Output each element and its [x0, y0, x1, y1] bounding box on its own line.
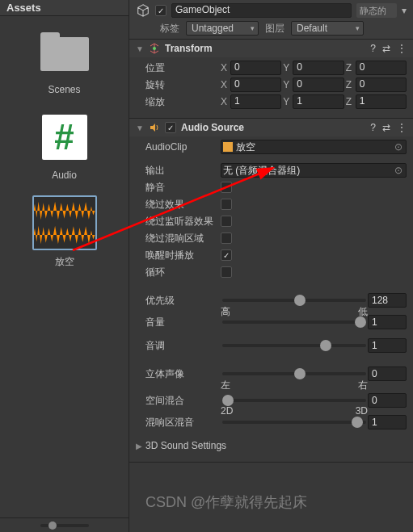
clip-icon — [223, 142, 233, 152]
reverb-label: 混响区混音 — [136, 416, 221, 429]
audiosource-enabled-checkbox[interactable] — [165, 122, 176, 133]
pitch-label: 音调 — [136, 339, 221, 353]
output-label: 输出 — [136, 164, 221, 178]
spatial-label: 空间混合 — [136, 394, 221, 408]
priority-label: 优先级 — [136, 294, 221, 308]
help-icon[interactable]: ? — [370, 43, 376, 54]
thumbnail-size-slider[interactable] — [40, 524, 89, 527]
help-icon[interactable]: ? — [370, 122, 376, 133]
audiosource-component: ▼ Audio Source ?⇄⋮ AudioClip 放空 输出 无 (音频… — [129, 119, 413, 463]
volume-label: 音量 — [136, 316, 221, 329]
transform-title: Transform — [165, 43, 365, 54]
menu-icon[interactable]: ⋮ — [397, 43, 407, 54]
volume-slider[interactable] — [222, 320, 366, 324]
bypass-listener-checkbox[interactable] — [221, 216, 232, 227]
asset-folder-scenes[interactable]: Scenes — [32, 24, 97, 95]
stereo-slider[interactable] — [222, 372, 366, 375]
scale-y[interactable]: 1 — [293, 94, 343, 109]
position-label: 位置 — [136, 61, 221, 75]
static-dropdown[interactable]: 静态的 — [356, 3, 397, 18]
transform-component: ▼ Transform ?⇄⋮ 位置 X0 Y0 Z0 旋转 X0 Y0 Z0 … — [129, 40, 413, 119]
priority-value[interactable]: 128 — [368, 293, 407, 308]
gameobject-icon — [136, 3, 150, 18]
mute-label: 静音 — [136, 181, 221, 195]
pitch-value[interactable]: 1 — [368, 338, 407, 353]
audioclip-label: AudioClip — [136, 141, 221, 153]
tag-dropdown[interactable]: Untagged — [186, 21, 259, 36]
bypass-reverb-label: 绕过混响区域 — [136, 232, 221, 245]
assets-panel: Assets Scenes # Audio 放空 — [0, 0, 129, 532]
asset-label: Audio — [52, 170, 77, 181]
rotation-z[interactable]: 0 — [356, 77, 407, 92]
scale-label: 缩放 — [136, 95, 221, 109]
position-y[interactable]: 0 — [293, 61, 343, 75]
loop-checkbox[interactable] — [221, 266, 232, 278]
mute-checkbox[interactable] — [221, 182, 232, 193]
bypass-effects-checkbox[interactable] — [221, 199, 232, 210]
reverb-slider[interactable] — [222, 421, 366, 424]
tag-label: 标签 — [160, 22, 179, 36]
assets-grid: Scenes # Audio 放空 — [0, 16, 129, 517]
play-on-awake-label: 唤醒时播放 — [136, 249, 221, 262]
bypass-listener-label: 绕过监听器效果 — [136, 215, 221, 228]
stereo-value[interactable]: 0 — [368, 367, 407, 381]
static-dropdown-arrow[interactable]: ▾ — [402, 5, 407, 16]
stereo-label: 立体声像 — [136, 367, 221, 381]
gameobject-header: GameObject 静态的 ▾ 标签 Untagged 图层 Default — [129, 0, 413, 40]
spatial-value[interactable]: 0 — [368, 393, 407, 408]
rotation-x[interactable]: 0 — [230, 77, 281, 92]
fold-toggle[interactable]: ▼ — [136, 124, 144, 132]
position-z[interactable]: 0 — [356, 61, 407, 75]
asset-label: Scenes — [48, 84, 80, 95]
rotation-y[interactable]: 0 — [293, 77, 343, 92]
layer-label: 图层 — [265, 22, 284, 36]
object-picker-icon[interactable] — [393, 141, 404, 153]
assets-title: Assets — [0, 0, 129, 16]
menu-icon[interactable]: ⋮ — [397, 122, 407, 133]
scale-x[interactable]: 1 — [230, 94, 281, 109]
position-x[interactable]: 0 — [230, 61, 281, 75]
preset-icon[interactable]: ⇄ — [382, 122, 390, 133]
fold-toggle[interactable]: ▼ — [136, 44, 144, 53]
object-picker-icon[interactable] — [393, 165, 404, 176]
script-icon: # — [42, 115, 87, 160]
bypass-effects-label: 绕过效果 — [136, 198, 221, 212]
output-field[interactable]: 无 (音频混合器组) — [221, 163, 407, 178]
audioclip-icon — [32, 195, 97, 250]
loop-label: 循环 — [136, 266, 221, 279]
fold-toggle[interactable]: ▶ — [136, 442, 145, 450]
volume-value[interactable]: 1 — [368, 315, 407, 329]
3d-sound-label: 3D Sound Settings — [145, 440, 226, 451]
asset-script-audio[interactable]: # Audio — [32, 110, 97, 181]
svg-point-0 — [153, 47, 156, 50]
inspector-panel: GameObject 静态的 ▾ 标签 Untagged 图层 Default … — [129, 0, 413, 532]
pitch-slider[interactable] — [222, 344, 366, 347]
priority-slider[interactable] — [222, 299, 366, 302]
audiosource-title: Audio Source — [181, 122, 365, 133]
asset-label: 放空 — [55, 255, 74, 269]
preset-icon[interactable]: ⇄ — [382, 43, 390, 54]
scale-z[interactable]: 1 — [356, 94, 407, 109]
bypass-reverb-checkbox[interactable] — [221, 232, 232, 244]
play-on-awake-checkbox[interactable] — [221, 249, 232, 261]
assets-footer — [0, 517, 129, 532]
reverb-value[interactable]: 1 — [368, 415, 407, 429]
transform-icon — [149, 43, 160, 54]
gameobject-name-input[interactable]: GameObject — [171, 3, 352, 18]
layer-dropdown[interactable]: Default — [291, 21, 364, 36]
gameobject-active-checkbox[interactable] — [155, 5, 166, 16]
speaker-icon — [149, 122, 160, 133]
audioclip-field[interactable]: 放空 — [221, 140, 407, 154]
asset-audioclip[interactable]: 放空 — [32, 195, 97, 269]
folder-icon — [40, 32, 89, 71]
spatial-slider[interactable] — [222, 399, 366, 402]
rotation-label: 旋转 — [136, 78, 221, 92]
